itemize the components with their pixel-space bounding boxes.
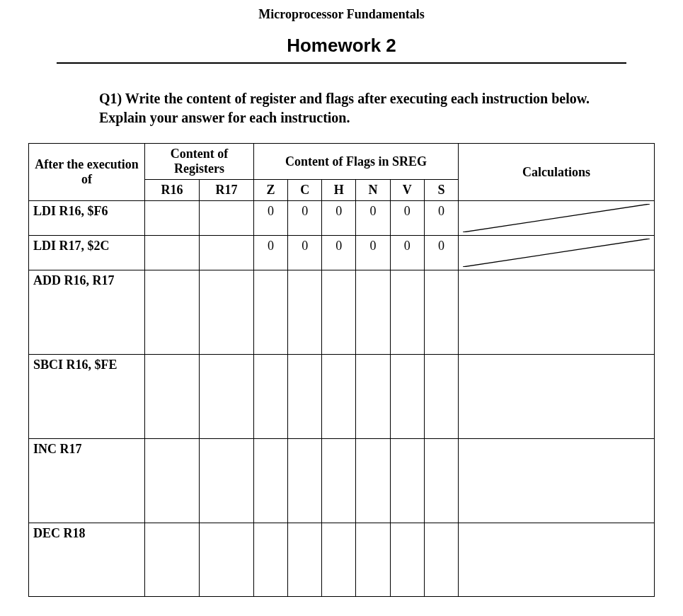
- cell-z: 0: [253, 201, 287, 236]
- cell-h: [322, 439, 356, 523]
- cell-r16: [145, 270, 200, 355]
- table-row: SBCI R16, $FE: [29, 355, 655, 439]
- cell-v: [390, 270, 424, 355]
- cell-instruction: LDI R16, $F6: [29, 201, 145, 236]
- cell-r17: [199, 523, 253, 597]
- cell-c: 0: [288, 236, 322, 270]
- cell-r17: [199, 355, 253, 439]
- cell-r16: [145, 236, 200, 270]
- svg-line-0: [463, 204, 650, 232]
- cell-s: [424, 355, 458, 439]
- cell-c: [288, 355, 322, 439]
- cell-r17: [199, 270, 253, 355]
- th-c: C: [288, 180, 322, 201]
- header-row-1: After the execution of Content of Regist…: [29, 144, 655, 180]
- cell-v: 0: [390, 236, 424, 270]
- cell-h: [322, 270, 356, 355]
- th-flags: Content of Flags in SREG: [253, 144, 458, 180]
- cell-h: [322, 355, 356, 439]
- cell-instruction: SBCI R16, $FE: [29, 355, 145, 439]
- th-calc: Calculations: [459, 144, 655, 201]
- cell-calc: [459, 523, 655, 597]
- cell-n: 0: [356, 236, 390, 270]
- homework-table: After the execution of Content of Regist…: [28, 143, 655, 597]
- cell-v: [390, 355, 424, 439]
- page: Microprocessor Fundamentals Homework 2 Q…: [0, 0, 683, 616]
- cell-z: [253, 439, 287, 523]
- cell-s: [424, 523, 458, 597]
- table-row: INC R17: [29, 439, 655, 523]
- cell-z: [253, 355, 287, 439]
- th-h: H: [322, 180, 356, 201]
- cell-r17: [199, 236, 253, 270]
- cell-z: [253, 523, 287, 597]
- cell-s: 0: [424, 201, 458, 236]
- cell-n: [356, 523, 390, 597]
- cell-v: [390, 439, 424, 523]
- cell-h: 0: [322, 201, 356, 236]
- table-row: DEC R18: [29, 523, 655, 597]
- cell-v: [390, 523, 424, 597]
- cell-s: [424, 270, 458, 355]
- cell-r16: [145, 355, 200, 439]
- cell-calc: [459, 355, 655, 439]
- cell-h: [322, 523, 356, 597]
- cell-s: 0: [424, 236, 458, 270]
- course-title: Microprocessor Fundamentals: [28, 7, 655, 22]
- svg-line-1: [463, 239, 650, 267]
- cell-calc: [459, 201, 655, 236]
- cell-c: [288, 523, 322, 597]
- table-row: LDI R17, $2C 0 0 0 0 0 0: [29, 236, 655, 270]
- cell-c: 0: [288, 201, 322, 236]
- th-v: V: [390, 180, 424, 201]
- th-n: N: [356, 180, 390, 201]
- cell-instruction: DEC R18: [29, 523, 145, 597]
- slash-icon: [463, 204, 650, 232]
- cell-z: [253, 270, 287, 355]
- cell-n: [356, 355, 390, 439]
- th-s: S: [424, 180, 458, 201]
- cell-r17: [199, 201, 253, 236]
- th-z: Z: [253, 180, 287, 201]
- homework-title: Homework 2: [28, 35, 655, 57]
- slash-icon: [463, 239, 650, 267]
- cell-calc: [459, 236, 655, 270]
- table-row: ADD R16, R17: [29, 270, 655, 355]
- cell-instruction: ADD R16, R17: [29, 270, 145, 355]
- question-text: Q1) Write the content of register and fl…: [99, 89, 612, 127]
- table-row: LDI R16, $F6 0 0 0 0 0 0: [29, 201, 655, 236]
- title-rule: [57, 62, 626, 64]
- th-regs: Content of Registers: [145, 144, 254, 180]
- th-r16: R16: [145, 180, 200, 201]
- cell-c: [288, 439, 322, 523]
- cell-r16: [145, 523, 200, 597]
- cell-instruction: LDI R17, $2C: [29, 236, 145, 270]
- cell-n: [356, 270, 390, 355]
- cell-r16: [145, 201, 200, 236]
- cell-instruction: INC R17: [29, 439, 145, 523]
- cell-z: 0: [253, 236, 287, 270]
- cell-n: [356, 439, 390, 523]
- cell-c: [288, 270, 322, 355]
- cell-calc: [459, 439, 655, 523]
- cell-r17: [199, 439, 253, 523]
- cell-v: 0: [390, 201, 424, 236]
- cell-s: [424, 439, 458, 523]
- cell-n: 0: [356, 201, 390, 236]
- th-exec: After the execution of: [29, 144, 145, 201]
- cell-calc: [459, 270, 655, 355]
- th-r17: R17: [199, 180, 253, 201]
- cell-h: 0: [322, 236, 356, 270]
- cell-r16: [145, 439, 200, 523]
